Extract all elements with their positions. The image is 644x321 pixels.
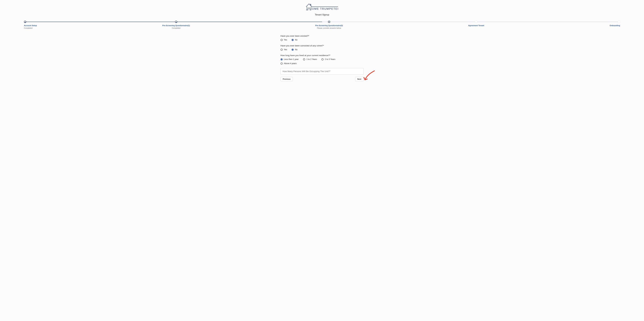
annotation-arrow-icon bbox=[363, 70, 376, 83]
step-title: Account Setup bbox=[24, 24, 37, 26]
convicted-option-0[interactable]: Yes bbox=[280, 48, 287, 51]
radio-label: 2 to 3 Years bbox=[325, 58, 335, 60]
radio-icon bbox=[280, 39, 283, 41]
radio-label: Less then 1 year bbox=[284, 58, 298, 60]
evicted-option-0[interactable]: Yes bbox=[280, 39, 287, 41]
step-2: Pre-Screening Questionnaire(1)Completed bbox=[162, 21, 190, 29]
radio-icon bbox=[280, 58, 283, 60]
radio-icon bbox=[292, 49, 294, 51]
question-label: Have you ever been evicted?* bbox=[280, 35, 364, 37]
brand-logo: OME TRUMPETER bbox=[0, 3, 644, 10]
house-icon: OME TRUMPETER bbox=[306, 3, 338, 10]
residence-option-1[interactable]: 1 to 2 Years bbox=[303, 58, 317, 60]
step-dot-icon bbox=[24, 21, 26, 23]
step-subtitle: Completed bbox=[24, 27, 37, 29]
radio-label: 1 to 2 Years bbox=[306, 58, 317, 60]
step-3: Pre-Screening Questionnaire(2)Please, pr… bbox=[315, 21, 343, 29]
step-title: Agreement Tenant bbox=[468, 24, 484, 26]
step-5: Onboarding bbox=[610, 21, 620, 29]
radio-icon bbox=[292, 39, 294, 41]
radio-label: Yes bbox=[284, 39, 287, 41]
evicted-option-1[interactable]: No bbox=[292, 39, 298, 41]
step-subtitle: Completed bbox=[162, 27, 190, 29]
radio-icon bbox=[280, 62, 283, 65]
convicted-option-1[interactable]: No bbox=[292, 48, 298, 51]
radio-label: Yes bbox=[284, 48, 287, 51]
question-label: How long have you lived at your current … bbox=[280, 54, 364, 57]
residence-option-3[interactable]: Above 4 years bbox=[280, 62, 297, 65]
question-label: Have you ever been convicted of any crim… bbox=[280, 44, 364, 47]
residence-option-2[interactable]: 2 to 3 Years bbox=[322, 58, 335, 60]
step-dot-icon bbox=[328, 21, 330, 23]
step-dot-icon bbox=[475, 21, 477, 23]
step-dot-icon bbox=[618, 21, 620, 23]
residence-option-0[interactable]: Less then 1 year bbox=[280, 58, 298, 60]
question-convicted: Have you ever been convicted of any crim… bbox=[280, 44, 364, 51]
radio-label: Above 4 years bbox=[284, 62, 297, 65]
progress-stepper: Account SetupCompletedPre-Screening Ques… bbox=[24, 21, 620, 29]
brand-name-text: OME TRUMPETER bbox=[312, 7, 338, 10]
question-evicted: Have you ever been evicted?* YesNo bbox=[280, 35, 364, 41]
step-4: Agreement Tenant bbox=[468, 21, 484, 29]
radio-label: No bbox=[295, 39, 298, 41]
radio-icon bbox=[322, 58, 324, 60]
step-title: Pre-Screening Questionnaire(2) bbox=[315, 24, 343, 26]
step-1: Account SetupCompleted bbox=[24, 21, 37, 29]
radio-icon bbox=[303, 58, 305, 60]
next-button[interactable]: Next bbox=[355, 77, 364, 81]
page-subtitle: Tenant Signup bbox=[0, 13, 644, 16]
question-residence-duration: How long have you lived at your current … bbox=[280, 54, 364, 65]
step-title: Onboarding bbox=[610, 24, 620, 26]
previous-button[interactable]: Previous bbox=[280, 77, 293, 81]
questionnaire-form: Have you ever been evicted?* YesNo Have … bbox=[280, 35, 364, 81]
step-subtitle: Please, provide answers below bbox=[315, 27, 343, 29]
step-title: Pre-Screening Questionnaire(1) bbox=[162, 24, 190, 26]
occupants-input[interactable] bbox=[280, 68, 364, 75]
step-dot-icon bbox=[175, 21, 177, 23]
radio-label: No bbox=[295, 48, 298, 51]
radio-icon bbox=[280, 49, 283, 51]
